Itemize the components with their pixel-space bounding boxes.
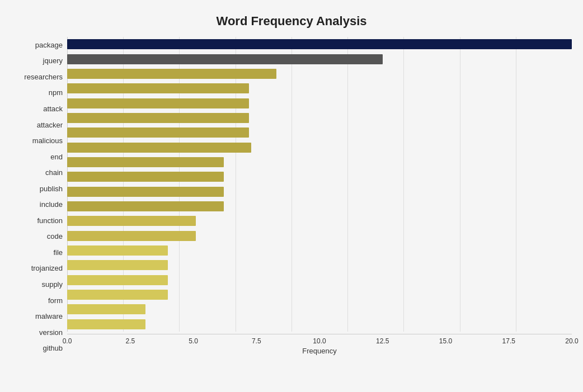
chart-container: Word Frequency Analysis packagejqueryres… [0, 0, 583, 392]
bar-npm [67, 83, 249, 93]
y-label-function: function [37, 213, 63, 228]
bar-malicious [67, 127, 249, 138]
bar-attack [67, 98, 249, 108]
bar-code [67, 216, 196, 226]
y-label-file: file [53, 245, 63, 259]
x-axis-label: Frequency [67, 347, 572, 355]
y-label-trojanized: trojanized [31, 261, 63, 276]
plot-area: 0.02.55.07.510.012.515.017.520.0 Frequen… [67, 37, 572, 356]
y-label-malicious: malicious [32, 134, 63, 148]
x-axis-line [67, 334, 572, 334]
y-label-researchers: researchers [24, 69, 63, 84]
bar-row-npm [67, 82, 572, 95]
y-label-attacker: attacker [37, 117, 63, 132]
bar-row-publish [67, 171, 572, 183]
y-label-version: version [39, 325, 63, 339]
bar-trojanized [67, 245, 168, 256]
bar-package [67, 39, 572, 49]
bar-version [67, 304, 145, 314]
bar-include [67, 187, 224, 197]
bars-wrapper [67, 37, 572, 332]
bar-row-file [67, 230, 572, 242]
y-label-form: form [48, 293, 63, 308]
bar-row-function [67, 200, 572, 212]
bar-row-chain [67, 156, 572, 168]
bar-github [67, 319, 145, 329]
y-label-chain: chain [45, 166, 63, 180]
bars-container [67, 37, 572, 332]
y-label-attack: attack [43, 101, 63, 116]
bar-file [67, 231, 196, 241]
y-label-supply: supply [41, 277, 63, 291]
bar-row-attack [67, 97, 572, 110]
bar-row-researchers [67, 68, 572, 80]
chart-area: packagejqueryresearchersnpmattackattacke… [11, 37, 572, 356]
bar-row-end [67, 141, 572, 154]
bar-end [67, 143, 251, 153]
x-axis: 0.02.55.07.510.012.515.017.520.0 Frequen… [67, 334, 572, 356]
bar-row-version [67, 303, 572, 315]
bar-attacker [67, 113, 249, 123]
y-label-end: end [50, 149, 63, 164]
bar-row-malware [67, 289, 572, 301]
bar-chain [67, 157, 224, 167]
bar-form [67, 275, 168, 285]
y-label-malware: malware [35, 309, 63, 324]
bar-row-github [67, 318, 572, 330]
bar-publish [67, 172, 224, 182]
bar-row-include [67, 186, 572, 198]
bar-row-package [67, 38, 572, 50]
y-label-include: include [40, 197, 63, 212]
bar-jquery [67, 54, 383, 64]
bar-row-supply [67, 259, 572, 271]
bar-row-jquery [67, 53, 572, 65]
bar-row-attacker [67, 112, 572, 124]
bar-row-trojanized [67, 244, 572, 257]
y-label-package: package [35, 37, 63, 52]
y-label-npm: npm [49, 86, 63, 100]
bar-malware [67, 290, 168, 300]
bar-researchers [67, 69, 276, 79]
y-label-github: github [43, 341, 63, 356]
bar-row-code [67, 215, 572, 227]
y-label-jquery: jquery [43, 54, 63, 68]
chart-title: Word Frequency Analysis [11, 11, 572, 29]
y-axis: packagejqueryresearchersnpmattackattacke… [11, 37, 67, 356]
y-label-publish: publish [40, 181, 63, 196]
bar-supply [67, 260, 168, 270]
bar-function [67, 201, 224, 211]
y-label-code: code [47, 229, 63, 244]
bar-row-malicious [67, 126, 572, 139]
bar-row-form [67, 274, 572, 286]
